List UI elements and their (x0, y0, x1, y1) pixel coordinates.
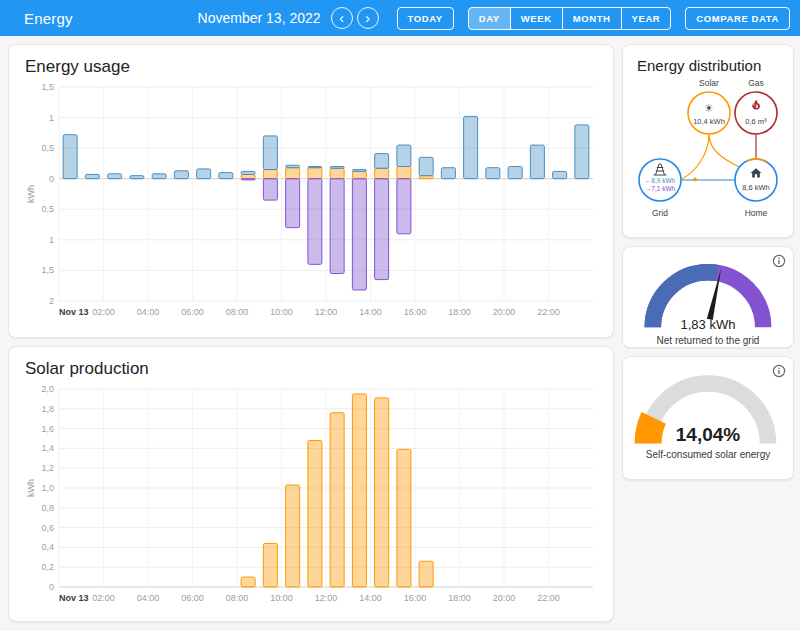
svg-text:0,2: 0,2 (41, 562, 54, 572)
svg-text:1,6: 1,6 (41, 424, 54, 434)
period-tab-year[interactable]: YEAR (621, 7, 672, 30)
solar-node-value: 10,4 kWh (693, 117, 725, 126)
solar-production-chart[interactable]: 2,01,81,61,41,21,00,80,60,40,20Nov 1302:… (25, 381, 597, 607)
self-consumed-value: 14,04% (676, 424, 740, 446)
svg-text:1,4: 1,4 (41, 443, 54, 453)
app-header: Energy November 13, 2022 ‹ › TODAY DAYWE… (0, 0, 800, 36)
svg-text:14:00: 14:00 (359, 307, 382, 317)
selected-date: November 13, 2022 (198, 10, 321, 26)
grid-consumed-value: ←8,9 kWh (645, 177, 676, 184)
svg-text:04:00: 04:00 (137, 593, 160, 603)
solar-production-title: Solar production (25, 359, 597, 379)
svg-text:18:00: 18:00 (448, 307, 471, 317)
svg-text:1,2: 1,2 (41, 463, 54, 473)
energy-usage-title: Energy usage (25, 57, 597, 77)
svg-text:1,0: 1,0 (41, 483, 54, 493)
info-icon[interactable] (772, 254, 786, 268)
svg-text:kWh: kWh (26, 479, 36, 497)
svg-text:10:00: 10:00 (270, 593, 293, 603)
svg-text:1,5: 1,5 (41, 265, 54, 275)
svg-text:12:00: 12:00 (315, 307, 338, 317)
svg-text:0,8: 0,8 (41, 503, 54, 513)
solar-node-label: Solar (699, 78, 719, 88)
date-navigation: November 13, 2022 ‹ › (198, 7, 379, 29)
svg-text:02:00: 02:00 (92, 307, 115, 317)
period-tab-group: DAYWEEKMONTHYEAR (468, 7, 672, 30)
svg-text:10:00: 10:00 (270, 307, 293, 317)
svg-text:12:00: 12:00 (315, 593, 338, 603)
svg-text:1: 1 (49, 235, 54, 245)
svg-text:18:00: 18:00 (448, 593, 471, 603)
self-consumed-label: Self-consumed solar energy (646, 449, 771, 460)
solar-production-card: Solar production 2,01,81,61,41,21,00,80,… (8, 346, 614, 622)
info-icon[interactable] (772, 364, 786, 378)
svg-text:22:00: 22:00 (537, 593, 560, 603)
gas-node-value: 0,6 m³ (745, 117, 767, 126)
svg-text:0,5: 0,5 (41, 204, 54, 214)
period-tab-month[interactable]: MONTH (562, 7, 622, 30)
next-date-button[interactable]: › (357, 7, 379, 29)
home-node-circle (735, 159, 777, 201)
svg-text:0: 0 (49, 174, 54, 184)
svg-text:Nov 13: Nov 13 (59, 307, 89, 317)
compare-data-button[interactable]: COMPARE DATA (685, 7, 790, 30)
prev-date-button[interactable]: ‹ (331, 7, 353, 29)
grid-returned-value: →7,1 kWh (645, 185, 676, 192)
main-content: Energy usage 1,510,500,511,52Nov 1302:00… (0, 36, 800, 630)
chevron-left-icon: ‹ (339, 11, 344, 25)
period-tab-week[interactable]: WEEK (510, 7, 563, 30)
svg-text:08:00: 08:00 (226, 593, 249, 603)
svg-text:2: 2 (49, 296, 54, 306)
svg-text:0,6: 0,6 (41, 523, 54, 533)
svg-text:20:00: 20:00 (493, 593, 516, 603)
svg-text:08:00: 08:00 (226, 307, 249, 317)
net-returned-label: Net returned to the grid (657, 335, 760, 346)
energy-distribution-diagram: Solar ☀ 10,4 kWh Gas 0,6 m³ ←8,9 kWh →7,… (637, 78, 779, 228)
net-returned-value: 1,83 kWh (681, 317, 736, 332)
svg-text:1,8: 1,8 (41, 404, 54, 414)
svg-text:16:00: 16:00 (404, 593, 427, 603)
gas-node-circle (735, 92, 777, 134)
solar-to-grid-line (682, 134, 709, 179)
svg-text:2,0: 2,0 (41, 384, 54, 394)
svg-text:1: 1 (49, 113, 54, 123)
svg-text:06:00: 06:00 (181, 593, 204, 603)
right-column: Energy distribution Solar ☀ 10,4 kWh Gas… (622, 44, 794, 622)
energy-flow-dot (693, 178, 697, 182)
energy-usage-chart[interactable]: 1,510,500,511,52Nov 1302:0004:0006:0008:… (25, 79, 597, 321)
home-node-label: Home (745, 208, 768, 218)
period-tab-day[interactable]: DAY (468, 7, 511, 30)
svg-text:16:00: 16:00 (404, 307, 427, 317)
solar-power-icon: ☀ (704, 102, 714, 114)
svg-text:04:00: 04:00 (137, 307, 160, 317)
energy-distribution-title: Energy distribution (637, 57, 779, 74)
svg-text:0,4: 0,4 (41, 542, 54, 552)
solar-to-home-line (709, 134, 739, 167)
svg-text:kWh: kWh (26, 185, 36, 203)
gas-node-label: Gas (748, 78, 764, 88)
svg-text:0,5: 0,5 (41, 143, 54, 153)
svg-text:22:00: 22:00 (537, 307, 560, 317)
today-button[interactable]: TODAY (397, 7, 454, 30)
self-consumed-card: 14,04% Self-consumed solar energy (622, 356, 794, 480)
grid-node-label: Grid (652, 208, 668, 218)
svg-text:02:00: 02:00 (92, 593, 115, 603)
svg-text:Nov 13: Nov 13 (59, 593, 89, 603)
svg-text:14:00: 14:00 (359, 593, 382, 603)
svg-text:06:00: 06:00 (181, 307, 204, 317)
svg-text:1,5: 1,5 (41, 82, 54, 92)
svg-text:0: 0 (49, 582, 54, 592)
chevron-right-icon: › (365, 11, 370, 25)
page-title: Energy (24, 10, 73, 27)
left-column: Energy usage 1,510,500,511,52Nov 1302:00… (8, 44, 614, 622)
svg-text:20:00: 20:00 (493, 307, 516, 317)
energy-usage-card: Energy usage 1,510,500,511,52Nov 1302:00… (8, 44, 614, 338)
net-returned-card: 1,83 kWh Net returned to the grid (622, 246, 794, 348)
home-node-value: 8,6 kWh (742, 183, 770, 192)
energy-distribution-card: Energy distribution Solar ☀ 10,4 kWh Gas… (622, 44, 794, 238)
